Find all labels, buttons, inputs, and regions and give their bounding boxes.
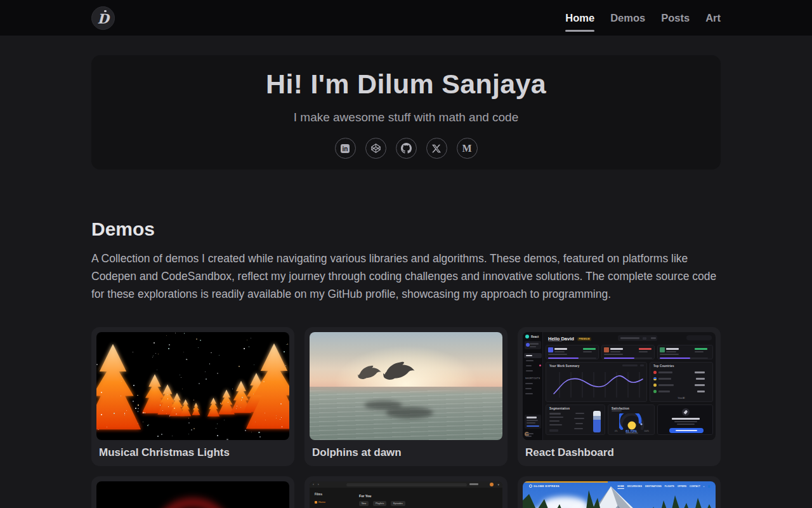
demo-grid: Musical Christmas Lights: [91, 327, 721, 508]
demo-card-films-app[interactable]: ‹ › ▾ Films Home Categories Latest For Y…: [304, 476, 508, 508]
star-dot: [269, 359, 270, 360]
demo-card-react-dashboard[interactable]: React SHORTCUTS Hello David PREMIUM: [518, 327, 721, 466]
skeleton-bar: [696, 378, 705, 380]
mini-header: Hello David PREMIUM: [543, 332, 716, 344]
nav-item-home[interactable]: Home: [565, 12, 594, 24]
skeleton-bar: [640, 364, 644, 366]
star-dot: [180, 375, 180, 375]
skeleton-bar: [660, 347, 665, 352]
demo-card-title: Musical Christmas Lights: [96, 440, 289, 461]
button-label-bar: [676, 430, 697, 432]
star-dot: [186, 359, 187, 360]
mini-travel-nav-item: DESTINATIONS: [645, 485, 662, 488]
star-dot: [206, 378, 207, 380]
mini-logo-icon: [525, 335, 529, 338]
skeleton-bar: [574, 428, 583, 429]
skeleton-bar: [548, 340, 562, 342]
medium-button[interactable]: M: [457, 138, 478, 159]
hero-title: Hi! I'm Dilum Sanjaya: [91, 69, 721, 100]
mini-stat-card: [546, 345, 599, 359]
skeleton-bar: [530, 346, 536, 347]
star-dot: [205, 371, 206, 372]
snow-dot: [176, 413, 177, 415]
star-dot: [133, 352, 133, 352]
mini-segmentation-panel: Segmentation: [546, 404, 605, 435]
flag-icon: [653, 377, 657, 380]
mini-badge-dot: [539, 364, 541, 366]
snow-dot: [137, 395, 138, 396]
mini-sidebar: React SHORTCUTS: [523, 332, 543, 440]
mini-view-all: View All: [650, 397, 712, 399]
react-dashboard-thumbnail: React SHORTCUTS Hello David PREMIUM: [523, 332, 716, 440]
site-logo[interactable]: D: [91, 6, 115, 30]
skeleton-bar: [612, 410, 622, 411]
skeleton-bar: [695, 348, 707, 350]
linkedin-button[interactable]: in: [335, 138, 356, 159]
codepen-button[interactable]: [365, 138, 386, 159]
nav-item-demos[interactable]: Demos: [610, 12, 645, 24]
rocket-icon: [682, 408, 690, 416]
demo-card-musical-christmas-lights[interactable]: Musical Christmas Lights: [91, 327, 294, 466]
mini-gauge-max: 100%: [644, 430, 649, 432]
slider-segment: [593, 420, 601, 432]
snow-dot: [258, 432, 259, 433]
skeleton-bar: [658, 391, 670, 392]
skeleton-bar: [660, 358, 690, 359]
nav-links: Home Demos Posts Art: [565, 12, 721, 24]
christmas-trees-graphic: [96, 332, 289, 440]
snow-dot: [166, 413, 167, 414]
red-ring: [151, 498, 235, 508]
social-links: in M: [91, 138, 721, 159]
skeleton-bar: [677, 424, 695, 425]
skeleton-bar: [625, 432, 638, 434]
skeleton-bar: [548, 358, 579, 359]
demo-card-red-particles[interactable]: [91, 476, 294, 508]
demo-card-travel-site[interactable]: GLOBE EXPRESS HOME EXCURSIONS DESTINATIO…: [518, 476, 721, 508]
skeleton-bar: [469, 483, 478, 485]
snow-dot: [101, 414, 102, 415]
mini-travel-nav-item: HOME: [618, 485, 624, 488]
star-dot: [169, 344, 170, 345]
skeleton-bar: [643, 337, 646, 340]
flag-icon: [653, 384, 657, 387]
mini-shortcuts-label: SHORTCUTS: [525, 377, 540, 380]
nav-item-posts[interactable]: Posts: [661, 12, 690, 24]
skeleton-bar: [660, 354, 679, 355]
skeleton-bar: [554, 348, 567, 350]
nav-item-art[interactable]: Art: [705, 12, 721, 24]
mini-gauge-min: 0%: [615, 430, 617, 432]
snow-dot: [161, 434, 162, 435]
skeleton-bar: [604, 358, 634, 359]
mini-travel-nav-item: EXCURSIONS: [627, 485, 642, 488]
skeleton-bar: [575, 413, 584, 414]
skeleton-bar: [622, 364, 638, 366]
skeleton-bar: [583, 351, 592, 352]
snow-dot: [124, 415, 125, 415]
skeleton-bar: [549, 417, 563, 418]
skeleton-bar: [527, 422, 535, 424]
snow-dot: [157, 436, 159, 437]
mini-url-bar: [346, 483, 467, 486]
snow-dot: [143, 422, 143, 422]
x-button[interactable]: [426, 138, 447, 159]
slider-segment: [593, 411, 601, 416]
github-button[interactable]: [396, 138, 417, 159]
snow-dot: [265, 420, 266, 420]
mini-promo-panel: [657, 404, 713, 435]
star-dot: [219, 355, 219, 356]
skeleton-bar: [554, 351, 565, 352]
mini-chart-title: Your Work Summary: [549, 364, 580, 368]
snow-dot: [217, 435, 218, 436]
rocket-body: [684, 410, 688, 414]
mini-segmentation-title: Segmentation: [549, 407, 570, 410]
star-dot: [175, 333, 176, 333]
github-icon: [401, 143, 412, 154]
star-dot: [157, 370, 157, 370]
flag-icon: [653, 371, 657, 374]
skeleton-bar: [674, 421, 697, 422]
skeleton-bar: [658, 378, 671, 380]
demo-card-dolphins-at-dawn[interactable]: Dolphins at dawn: [304, 327, 508, 466]
mini-gauge: [619, 413, 645, 430]
snow-dot: [281, 417, 282, 418]
dolphins-graphic: [310, 332, 502, 440]
